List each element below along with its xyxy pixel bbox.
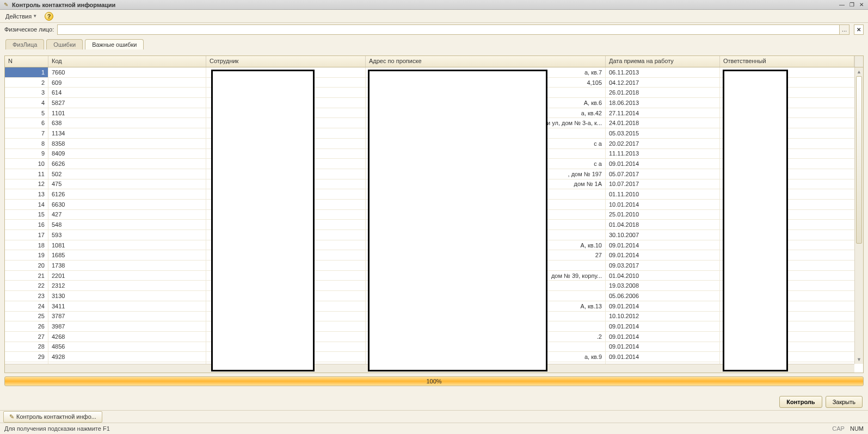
person-input[interactable]	[58, 25, 839, 34]
table-row[interactable]: 1916852709.01.2014	[5, 250, 863, 261]
footer-buttons: Контроль Закрыть	[779, 396, 863, 408]
cell-responsible	[720, 118, 863, 128]
table-row[interactable]: 212201дом № 39, корпу...01.04.2010	[5, 271, 863, 281]
clear-button[interactable]: ✕	[854, 24, 864, 35]
table-row[interactable]: 23313005.06.2006	[5, 291, 863, 301]
table-row[interactable]: 20173809.03.2017	[5, 261, 863, 271]
control-button[interactable]: Контроль	[779, 396, 822, 408]
minimize-button[interactable]: —	[838, 1, 846, 9]
cell-employee	[206, 118, 366, 128]
cell-employee	[206, 128, 366, 138]
scroll-up-icon[interactable]: ▲	[855, 67, 863, 76]
cell-employee	[206, 98, 366, 108]
help-button[interactable]: ?	[42, 11, 56, 22]
cell-n: 25	[5, 312, 48, 321]
table-row[interactable]: 181081А, кв.1009.01.2014	[5, 240, 863, 251]
cell-employee	[206, 240, 366, 250]
table-row[interactable]: 1654801.04.2018	[5, 220, 863, 230]
cell-code: 548	[48, 220, 206, 230]
col-header-employee[interactable]: Сотрудник	[206, 56, 366, 67]
lookup-button[interactable]: …	[839, 25, 849, 34]
actions-menu[interactable]: Действия ▼	[3, 12, 39, 21]
scroll-thumb[interactable]	[856, 76, 862, 244]
table-row[interactable]: 25378710.10.2012	[5, 312, 863, 322]
table-row[interactable]: 11502, дом № 19705.07.2017	[5, 169, 863, 179]
table-row[interactable]: 17660а, кв.706.11.2013	[5, 67, 863, 78]
cell-hire-date: 09.01.2014	[606, 301, 720, 311]
horizontal-scrollbar[interactable]	[5, 364, 854, 373]
cell-address: 27	[366, 250, 606, 260]
cell-employee	[206, 321, 366, 331]
cell-hire-date: 09.01.2014	[606, 321, 720, 331]
table-row[interactable]: 1759330.10.2007	[5, 230, 863, 240]
cell-n: 9	[5, 149, 48, 159]
cell-hire-date: 05.03.2015	[606, 128, 720, 138]
table-row[interactable]: 12475дом № 1А10.07.2017	[5, 179, 863, 190]
cell-hire-date: 09.03.2017	[606, 261, 720, 270]
cell-responsible	[720, 149, 863, 159]
cell-address	[366, 189, 606, 199]
cell-n: 22	[5, 281, 48, 290]
cell-employee	[206, 189, 366, 199]
table-row[interactable]: 28485609.01.2014	[5, 342, 863, 352]
table-row[interactable]: 274268.209.01.2014	[5, 332, 863, 342]
cell-code: 593	[48, 230, 206, 240]
cell-responsible	[720, 240, 863, 250]
scroll-down-icon[interactable]: ▼	[855, 355, 863, 364]
cell-employee	[206, 159, 366, 169]
table-row[interactable]: 22231219.03.2008	[5, 281, 863, 291]
close-button[interactable]: Закрыть	[826, 396, 863, 408]
table-row[interactable]: 1542725.01.2010	[5, 210, 863, 220]
cell-code: 1738	[48, 261, 206, 270]
restore-button[interactable]: ❐	[847, 1, 856, 9]
taskbar-tab[interactable]: ✎ Контроль контактной инфо...	[3, 411, 102, 423]
cell-address: , дом № 197	[366, 169, 606, 179]
col-header-responsible[interactable]: Ответственный	[720, 56, 854, 67]
table-row[interactable]: 26398709.01.2014	[5, 321, 863, 332]
cell-responsible	[720, 108, 863, 118]
table-row[interactable]: 9840911.11.2013	[5, 149, 863, 159]
taskbar-tab-label: Контроль контактной инфо...	[16, 413, 96, 420]
cell-code: 3411	[48, 301, 206, 311]
table-row[interactable]: 26094,10504.12.2017	[5, 78, 863, 88]
tab-oshibki[interactable]: Ошибки	[46, 39, 83, 49]
cell-hire-date: 19.03.2008	[606, 281, 720, 290]
col-header-n[interactable]: N	[5, 56, 48, 67]
cell-hire-date: 01.04.2010	[606, 271, 720, 281]
cell-n: 3	[5, 88, 48, 97]
cell-hire-date: 06.11.2013	[606, 67, 720, 77]
table-row[interactable]: 45827А, кв.618.06.2013	[5, 98, 863, 108]
cell-code: 502	[48, 169, 206, 179]
filter-label: Физическое лицо:	[4, 26, 54, 33]
table-row[interactable]: 7113405.03.2015	[5, 128, 863, 139]
vertical-scrollbar[interactable]: ▲ ▼	[854, 67, 863, 364]
cell-code: 1685	[48, 250, 206, 260]
table-row[interactable]: 361426.01.2018	[5, 88, 863, 98]
table-row[interactable]: 106626с а09.01.2014	[5, 159, 863, 169]
table-row[interactable]: 6638и ул, дом № 3-а, к...24.01.2018	[5, 118, 863, 128]
table-row[interactable]: 243411А, кв.1309.01.2014	[5, 301, 863, 312]
table-row[interactable]: 13612601.11.2010	[5, 189, 863, 200]
cell-employee	[206, 200, 366, 209]
col-header-code[interactable]: Код	[48, 56, 206, 67]
actions-label: Действия	[5, 13, 32, 20]
cell-address: .2	[366, 332, 606, 342]
table-row[interactable]: 294928а, кв.909.01.2014	[5, 352, 863, 362]
cell-employee	[206, 291, 366, 301]
cell-responsible	[720, 261, 863, 270]
cell-hire-date: 18.06.2013	[606, 98, 720, 108]
table-row[interactable]: 14663010.01.2014	[5, 200, 863, 210]
cell-employee	[206, 271, 366, 281]
close-window-button[interactable]: ✕	[857, 1, 866, 9]
table-row[interactable]: 88358с а20.02.2017	[5, 139, 863, 149]
cell-code: 1101	[48, 108, 206, 118]
col-header-address[interactable]: Адрес по прописке	[366, 56, 606, 67]
table-row[interactable]: 51101а, кв.4227.11.2014	[5, 108, 863, 119]
col-header-hire-date[interactable]: Дата приема на работу	[606, 56, 720, 67]
cell-n: 14	[5, 200, 48, 209]
cell-address: дом № 39, корпу...	[366, 271, 606, 281]
scroll-track[interactable]	[855, 76, 863, 355]
tab-fizlitsa[interactable]: ФизЛица	[5, 39, 44, 49]
tab-vazhnye-oshibki[interactable]: Важные ошибки	[85, 39, 144, 49]
cell-responsible	[720, 179, 863, 189]
